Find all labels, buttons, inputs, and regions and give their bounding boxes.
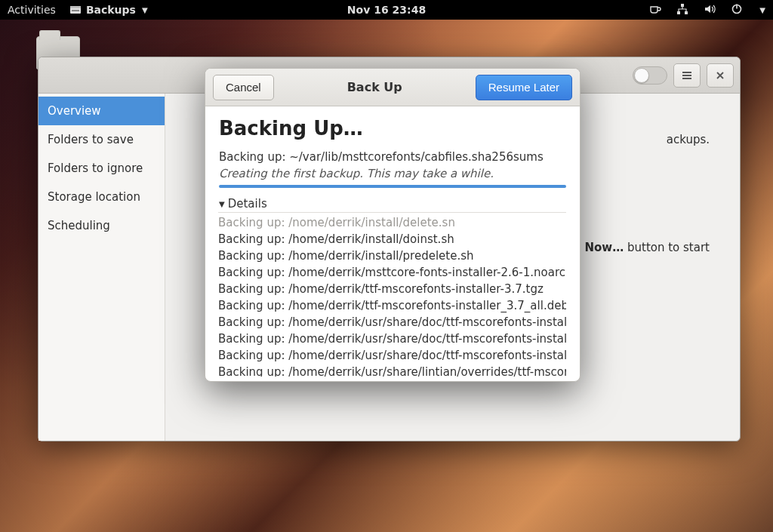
resume-later-button[interactable]: Resume Later [476, 75, 572, 100]
progress-bar [219, 185, 566, 188]
dialog-heading: Backing Up… [219, 117, 566, 140]
details-label: Details [228, 197, 267, 211]
log-line: Backing up: /home/derrik/usr/share/doc/t… [218, 331, 566, 347]
dialog-headerbar: Cancel Back Up Resume Later [205, 69, 580, 106]
log-line: Backing up: /home/derrik/install/predele… [218, 248, 566, 264]
log-line: Backing up: /home/derrik/usr/share/doc/t… [218, 347, 566, 364]
backup-log: Backing up: /nome/derrik/install/delete.… [218, 212, 566, 377]
log-line: Backing up: /nome/derrik/install/delete.… [218, 214, 566, 231]
log-line: Backing up: /home/derrik/ttf-mscorefonts… [218, 297, 566, 314]
log-line: Backing up: /home/derrik/ttf-mscorefonts… [218, 281, 566, 297]
dialog-title: Back Up [347, 80, 402, 94]
log-line: Backing up: /home/derrik/usr/share/linti… [218, 364, 566, 377]
log-line: Backing up: /home/derrik/usr/share/doc/t… [218, 314, 566, 331]
cancel-button[interactable]: Cancel [213, 75, 274, 100]
backup-progress-dialog: Cancel Back Up Resume Later Backing Up… … [205, 68, 581, 382]
details-expander[interactable]: ▼ Details [219, 197, 566, 211]
status-subline: Creating the first backup. This may take… [219, 167, 566, 180]
chevron-down-icon: ▼ [219, 200, 225, 208]
current-file-status: Backing up: ~/var/lib/msttcorefonts/cabf… [219, 150, 566, 164]
modal-layer: Cancel Back Up Resume Later Backing Up… … [0, 0, 773, 532]
log-line: Backing up: /home/derrik/msttcore-fonts-… [218, 264, 566, 281]
log-line: Backing up: /home/derrik/install/doinst.… [218, 231, 566, 248]
